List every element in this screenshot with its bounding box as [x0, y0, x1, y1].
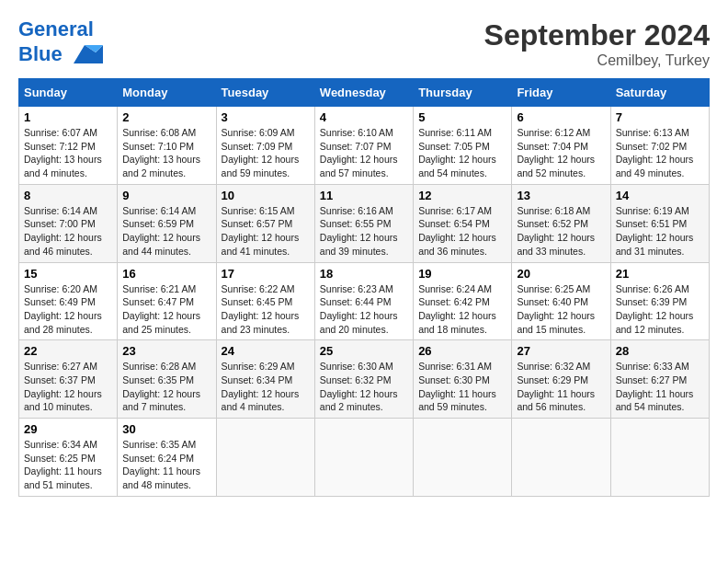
day-number: 22	[24, 344, 112, 358]
calendar-cell	[414, 419, 512, 497]
calendar-cell	[512, 419, 610, 497]
calendar-cell: 2Sunrise: 6:08 AMSunset: 7:10 PMDaylight…	[118, 107, 216, 185]
calendar-cell: 13Sunrise: 6:18 AMSunset: 6:52 PMDayligh…	[512, 184, 610, 262]
calendar-cell: 28Sunrise: 6:33 AMSunset: 6:27 PMDayligh…	[610, 340, 709, 419]
day-number: 3	[222, 110, 310, 124]
calendar-cell: 6Sunrise: 6:12 AMSunset: 7:04 PMDaylight…	[512, 107, 610, 185]
day-number: 6	[517, 110, 605, 124]
calendar-cell	[216, 419, 314, 497]
day-number: 16	[122, 267, 210, 281]
day-info: Sunrise: 6:18 AMSunset: 6:52 PMDaylight:…	[517, 204, 605, 259]
calendar-cell: 18Sunrise: 6:23 AMSunset: 6:44 PMDayligh…	[314, 262, 413, 340]
day-number: 7	[616, 110, 704, 124]
day-info: Sunrise: 6:16 AMSunset: 6:55 PMDaylight:…	[320, 204, 408, 259]
day-number: 30	[122, 422, 210, 436]
calendar-cell	[610, 419, 709, 497]
calendar-cell: 26Sunrise: 6:31 AMSunset: 6:30 PMDayligh…	[414, 340, 512, 419]
calendar-cell: 4Sunrise: 6:10 AMSunset: 7:07 PMDaylight…	[314, 107, 413, 185]
calendar-cell: 9Sunrise: 6:14 AMSunset: 6:59 PMDaylight…	[118, 184, 216, 262]
day-info: Sunrise: 6:21 AMSunset: 6:47 PMDaylight:…	[122, 282, 210, 337]
day-info: Sunrise: 6:07 AMSunset: 7:12 PMDaylight:…	[24, 126, 112, 180]
day-info: Sunrise: 6:11 AMSunset: 7:05 PMDaylight:…	[418, 126, 506, 180]
calendar-cell: 7Sunrise: 6:13 AMSunset: 7:02 PMDaylight…	[610, 107, 709, 185]
calendar-cell: 29Sunrise: 6:34 AMSunset: 6:25 PMDayligh…	[19, 419, 118, 497]
day-number: 12	[418, 189, 506, 202]
calendar-cell: 23Sunrise: 6:28 AMSunset: 6:35 PMDayligh…	[118, 340, 216, 419]
title-block: September 2024 Cemilbey, Turkey	[484, 18, 710, 69]
logo-blue: Blue	[18, 43, 63, 65]
week-row-5: 29Sunrise: 6:34 AMSunset: 6:25 PMDayligh…	[19, 419, 710, 497]
day-info: Sunrise: 6:12 AMSunset: 7:04 PMDaylight:…	[517, 126, 605, 180]
day-info: Sunrise: 6:08 AMSunset: 7:10 PMDaylight:…	[122, 126, 210, 180]
calendar-cell: 19Sunrise: 6:24 AMSunset: 6:42 PMDayligh…	[414, 262, 512, 340]
day-number: 23	[122, 344, 210, 358]
calendar-cell: 1Sunrise: 6:07 AMSunset: 7:12 PMDaylight…	[19, 107, 118, 185]
day-number: 26	[418, 344, 506, 358]
calendar-cell: 16Sunrise: 6:21 AMSunset: 6:47 PMDayligh…	[118, 262, 216, 340]
day-number: 4	[320, 110, 408, 124]
week-row-2: 8Sunrise: 6:14 AMSunset: 7:00 PMDaylight…	[19, 184, 710, 262]
day-number: 1	[24, 110, 112, 124]
weekday-header-monday: Monday	[118, 79, 216, 107]
calendar-cell	[314, 419, 413, 497]
calendar-cell: 30Sunrise: 6:35 AMSunset: 6:24 PMDayligh…	[118, 419, 216, 497]
calendar-cell: 14Sunrise: 6:19 AMSunset: 6:51 PMDayligh…	[610, 184, 709, 262]
day-info: Sunrise: 6:31 AMSunset: 6:30 PMDaylight:…	[418, 360, 506, 414]
day-info: Sunrise: 6:15 AMSunset: 6:57 PMDaylight:…	[222, 204, 310, 259]
day-info: Sunrise: 6:19 AMSunset: 6:51 PMDaylight:…	[616, 204, 704, 259]
page-header: General Blue September 2024 Cemilbey, Tu…	[18, 18, 710, 69]
day-number: 28	[616, 344, 704, 358]
day-info: Sunrise: 6:23 AMSunset: 6:44 PMDaylight:…	[320, 282, 408, 337]
day-number: 21	[616, 267, 704, 281]
day-number: 18	[320, 267, 408, 281]
day-info: Sunrise: 6:27 AMSunset: 6:37 PMDaylight:…	[24, 360, 112, 414]
day-number: 15	[24, 267, 112, 281]
day-info: Sunrise: 6:30 AMSunset: 6:32 PMDaylight:…	[320, 360, 408, 414]
day-info: Sunrise: 6:26 AMSunset: 6:39 PMDaylight:…	[616, 282, 704, 337]
day-info: Sunrise: 6:20 AMSunset: 6:49 PMDaylight:…	[24, 282, 112, 337]
day-number: 11	[320, 189, 408, 202]
week-row-1: 1Sunrise: 6:07 AMSunset: 7:12 PMDaylight…	[19, 107, 710, 185]
weekday-header-tuesday: Tuesday	[216, 79, 314, 107]
day-info: Sunrise: 6:32 AMSunset: 6:29 PMDaylight:…	[517, 360, 605, 414]
weekday-header-thursday: Thursday	[414, 79, 512, 107]
calendar-cell: 22Sunrise: 6:27 AMSunset: 6:37 PMDayligh…	[19, 340, 118, 419]
logo-text: General	[18, 18, 103, 40]
weekday-header-sunday: Sunday	[19, 79, 118, 107]
calendar-cell: 21Sunrise: 6:26 AMSunset: 6:39 PMDayligh…	[610, 262, 709, 340]
calendar-cell: 10Sunrise: 6:15 AMSunset: 6:57 PMDayligh…	[216, 184, 314, 262]
day-number: 2	[122, 110, 210, 124]
day-number: 9	[122, 189, 210, 202]
logo-icon	[66, 40, 103, 68]
day-number: 14	[616, 189, 704, 202]
day-number: 8	[24, 189, 112, 202]
calendar-cell: 3Sunrise: 6:09 AMSunset: 7:09 PMDaylight…	[216, 107, 314, 185]
day-info: Sunrise: 6:24 AMSunset: 6:42 PMDaylight:…	[418, 282, 506, 337]
weekday-header-saturday: Saturday	[610, 79, 709, 107]
calendar-cell: 25Sunrise: 6:30 AMSunset: 6:32 PMDayligh…	[314, 340, 413, 419]
calendar-cell: 11Sunrise: 6:16 AMSunset: 6:55 PMDayligh…	[314, 184, 413, 262]
week-row-3: 15Sunrise: 6:20 AMSunset: 6:49 PMDayligh…	[19, 262, 710, 340]
weekday-header-wednesday: Wednesday	[314, 79, 413, 107]
week-row-4: 22Sunrise: 6:27 AMSunset: 6:37 PMDayligh…	[19, 340, 710, 419]
calendar-cell: 15Sunrise: 6:20 AMSunset: 6:49 PMDayligh…	[19, 262, 118, 340]
calendar-cell: 5Sunrise: 6:11 AMSunset: 7:05 PMDaylight…	[414, 107, 512, 185]
calendar-cell: 24Sunrise: 6:29 AMSunset: 6:34 PMDayligh…	[216, 340, 314, 419]
day-info: Sunrise: 6:25 AMSunset: 6:40 PMDaylight:…	[517, 282, 605, 337]
calendar-cell: 8Sunrise: 6:14 AMSunset: 7:00 PMDaylight…	[19, 184, 118, 262]
day-number: 17	[222, 267, 310, 281]
day-info: Sunrise: 6:35 AMSunset: 6:24 PMDaylight:…	[122, 438, 210, 492]
calendar-table: SundayMondayTuesdayWednesdayThursdayFrid…	[18, 78, 710, 497]
day-info: Sunrise: 6:14 AMSunset: 7:00 PMDaylight:…	[24, 204, 112, 259]
day-info: Sunrise: 6:33 AMSunset: 6:27 PMDaylight:…	[616, 360, 704, 414]
day-info: Sunrise: 6:13 AMSunset: 7:02 PMDaylight:…	[616, 126, 704, 180]
day-info: Sunrise: 6:10 AMSunset: 7:07 PMDaylight:…	[320, 126, 408, 180]
day-info: Sunrise: 6:22 AMSunset: 6:45 PMDaylight:…	[222, 282, 310, 337]
day-number: 25	[320, 344, 408, 358]
weekday-header-row: SundayMondayTuesdayWednesdayThursdayFrid…	[19, 79, 710, 107]
day-info: Sunrise: 6:28 AMSunset: 6:35 PMDaylight:…	[122, 360, 210, 414]
day-info: Sunrise: 6:17 AMSunset: 6:54 PMDaylight:…	[418, 204, 506, 259]
day-number: 19	[418, 267, 506, 281]
day-info: Sunrise: 6:29 AMSunset: 6:34 PMDaylight:…	[222, 360, 310, 414]
day-info: Sunrise: 6:34 AMSunset: 6:25 PMDaylight:…	[24, 438, 112, 492]
